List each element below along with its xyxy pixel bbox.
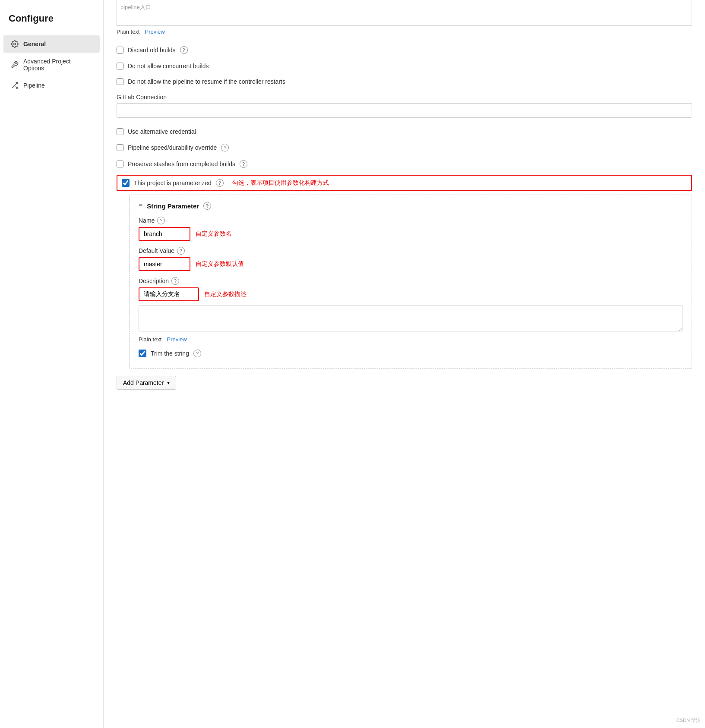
name-input-row: 自定义参数名: [139, 227, 683, 241]
add-parameter-chevron-icon: ▾: [167, 380, 170, 386]
parameterized-help-icon[interactable]: ?: [216, 179, 224, 187]
discard-old-builds-help-icon[interactable]: ?: [180, 46, 188, 54]
description-field-label: Description ?: [139, 277, 683, 285]
string-param-title: String Parameter: [147, 202, 199, 210]
parameterized-label: This project is parameterized: [134, 180, 212, 186]
gitlab-connection-label: GitLab Connection: [117, 94, 692, 101]
trim-string-label: Trim the string: [151, 350, 189, 357]
parameterized-checkbox[interactable]: [122, 179, 130, 187]
parameterized-annotation: 勾选，表示项目使用参数化构建方式: [232, 179, 329, 187]
trim-string-help-icon[interactable]: ?: [193, 350, 201, 357]
page-title: Configure: [0, 9, 103, 35]
trim-string-checkbox[interactable]: [139, 350, 146, 357]
no-concurrent-label: Do not allow concurrent builds: [128, 63, 209, 69]
plain-preview-row-top: Plain text Preview: [117, 26, 692, 42]
pipeline-label-top: pipeline入口: [120, 4, 151, 10]
gitlab-connection-wrapper: GitLab Connection: [117, 94, 692, 118]
string-param-help-icon[interactable]: ?: [203, 202, 211, 210]
name-annotation: 自定义参数名: [196, 230, 232, 238]
discard-old-builds-label: Discard old builds: [128, 47, 176, 54]
default-input-row: 自定义参数默认值: [139, 257, 683, 271]
csdn-watermark: CSDN 学注: [677, 717, 701, 724]
plain-preview-row-bottom: Plain text Preview: [139, 333, 683, 347]
checkbox-no-concurrent: Do not allow concurrent builds: [117, 58, 692, 74]
sidebar-item-advanced-label: Advanced Project Options: [23, 58, 93, 72]
default-value-input[interactable]: [139, 257, 190, 271]
default-annotation: 自定义参数默认值: [196, 260, 244, 268]
sidebar-item-pipeline-label: Pipeline: [23, 82, 45, 89]
checkbox-preserve-stashes: Preserve stashes from completed builds ?: [117, 156, 692, 172]
options-section-2: Use alternative credential Pipeline spee…: [117, 124, 692, 172]
description-textarea[interactable]: [139, 306, 683, 331]
preserve-stashes-help-icon[interactable]: ?: [240, 160, 247, 168]
no-resume-label: Do not allow the pipeline to resume if t…: [128, 78, 285, 85]
default-label-text: Default Value: [139, 247, 174, 254]
plain-text-link-top[interactable]: Plain text: [117, 28, 139, 35]
description-input-row: 自定义参数描述: [139, 287, 683, 301]
checkbox-alt-credential: Use alternative credential: [117, 124, 692, 139]
gear-icon: [10, 40, 19, 48]
add-parameter-label: Add Parameter: [123, 379, 164, 386]
description-input[interactable]: [139, 287, 199, 301]
description-area-top: pipeline入口: [117, 0, 692, 26]
pipeline-speed-checkbox[interactable]: [117, 144, 123, 151]
sidebar-item-pipeline[interactable]: Pipeline: [3, 77, 100, 94]
name-help-icon[interactable]: ?: [157, 217, 165, 224]
checkbox-discard-old-builds: Discard old builds ?: [117, 42, 692, 58]
description-label-text: Description: [139, 277, 169, 284]
alt-credential-label: Use alternative credential: [128, 128, 196, 135]
sidebar: Configure General Advanced Project Optio…: [0, 0, 104, 728]
name-input[interactable]: [139, 227, 190, 241]
parameterized-row: This project is parameterized ? 勾选，表示项目使…: [117, 175, 692, 191]
trim-row: Trim the string ?: [139, 347, 683, 360]
pipeline-speed-help-icon[interactable]: ?: [221, 144, 229, 151]
main-content: pipeline入口 Plain text Preview Discard ol…: [104, 0, 705, 728]
default-value-field-label: Default Value ?: [139, 247, 683, 255]
no-resume-checkbox[interactable]: [117, 78, 123, 85]
description-annotation: 自定义参数描述: [204, 290, 247, 298]
default-help-icon[interactable]: ?: [177, 247, 185, 255]
wrench-icon: [10, 60, 19, 69]
description-help-icon[interactable]: ?: [171, 277, 179, 285]
preview-link-top[interactable]: Preview: [145, 28, 164, 35]
add-parameter-button[interactable]: Add Parameter ▾: [117, 376, 176, 390]
preview-link-bottom[interactable]: Preview: [167, 336, 187, 343]
plain-text-link-bottom[interactable]: Plain text: [139, 336, 161, 343]
string-param-box: ≡ String Parameter ? Name ? 自定义参数名 Defau…: [130, 195, 692, 369]
sidebar-item-advanced[interactable]: Advanced Project Options: [3, 54, 100, 76]
options-section-1: Discard old builds ? Do not allow concur…: [117, 42, 692, 89]
checkbox-no-resume: Do not allow the pipeline to resume if t…: [117, 74, 692, 89]
sidebar-item-general-label: General: [23, 41, 46, 47]
sidebar-item-general[interactable]: General: [3, 35, 100, 53]
pipeline-speed-label: Pipeline speed/durability override: [128, 144, 217, 151]
alt-credential-checkbox[interactable]: [117, 128, 123, 135]
string-param-header: ≡ String Parameter ?: [139, 202, 683, 210]
discard-old-builds-checkbox[interactable]: [117, 47, 123, 54]
preserve-stashes-checkbox[interactable]: [117, 161, 123, 167]
preserve-stashes-label: Preserve stashes from completed builds: [128, 161, 235, 167]
drag-icon: ≡: [139, 202, 142, 210]
svg-point-0: [14, 43, 16, 45]
name-field-label: Name ?: [139, 217, 683, 224]
pipeline-icon: [10, 81, 19, 90]
name-label-text: Name: [139, 217, 155, 224]
no-concurrent-checkbox[interactable]: [117, 63, 123, 69]
gitlab-connection-input[interactable]: [117, 103, 692, 118]
checkbox-pipeline-speed: Pipeline speed/durability override ?: [117, 139, 692, 156]
